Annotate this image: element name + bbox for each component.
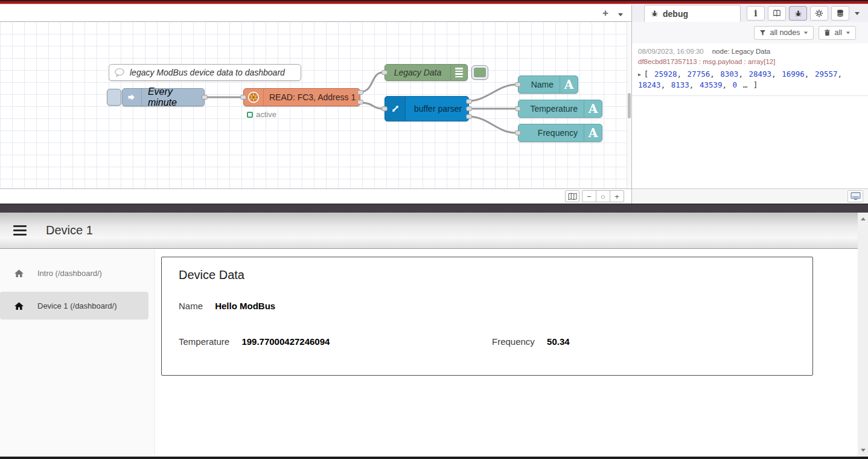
output-port[interactable] (466, 106, 472, 111)
frequency-label: Frequency (492, 336, 535, 347)
clear-messages-button[interactable]: all (819, 26, 856, 40)
debug-footer (632, 188, 868, 204)
chevron-down-icon (846, 31, 850, 34)
dashboard-sidebar: Intro (/dashboard/) Device 1 (/dashboard… (0, 249, 155, 457)
input-port[interactable] (381, 106, 388, 111)
debug-message[interactable]: 08/09/2023, 16:09:30node: Legacy Data df… (632, 43, 868, 96)
input-port[interactable] (515, 106, 521, 111)
dashboard-view: Device 1 Intro (/dashboard/) Device 1 (/… (0, 213, 868, 459)
sidebar-item-intro[interactable]: Intro (/dashboard/) (0, 259, 148, 287)
add-flow-button[interactable]: + (596, 7, 614, 19)
message-source-node: node: Legacy Data (712, 48, 771, 55)
menu-icon[interactable] (13, 223, 28, 238)
wire[interactable] (360, 103, 383, 109)
dashboard-main: Device Data Name Hello ModBus Temperatur… (155, 249, 858, 457)
config-tab-button[interactable] (810, 6, 828, 21)
filter-nodes-button[interactable]: all nodes (754, 26, 814, 40)
debug-enable-toggle[interactable] (471, 65, 488, 80)
scrollbar-thumb[interactable] (628, 93, 631, 118)
input-port[interactable] (515, 82, 521, 87)
debug-tab[interactable]: debug (644, 5, 741, 22)
flow-canvas[interactable]: legacy ModBus device data to dashboard E… (0, 22, 631, 188)
home-icon (0, 269, 37, 278)
output-port[interactable] (466, 114, 472, 119)
ui-text-node-temperature[interactable]: Temperature A (518, 100, 602, 118)
status-square-icon (247, 112, 253, 118)
chevron-down-icon (618, 13, 623, 16)
output-port[interactable] (357, 90, 363, 95)
comment-bubble-icon (109, 68, 130, 77)
bug-icon (794, 10, 802, 18)
device-data-card: Device Data Name Hello ModBus Temperatur… (161, 257, 813, 376)
output-port[interactable] (466, 99, 472, 104)
modbus-icon (244, 89, 264, 106)
info-tab-button[interactable]: i (747, 6, 765, 21)
wire[interactable] (469, 117, 516, 133)
inject-trigger-button[interactable] (107, 89, 121, 106)
trash-icon (824, 29, 831, 36)
help-tab-button[interactable] (768, 6, 786, 21)
debug-list-icon (450, 65, 467, 80)
resize-arrows-icon (385, 97, 406, 121)
open-debug-window-button[interactable] (847, 190, 863, 202)
wire[interactable] (469, 85, 516, 101)
frequency-value: 50.34 (547, 336, 570, 347)
debug-node[interactable]: Legacy Data (385, 64, 468, 81)
navigator-button[interactable] (565, 190, 579, 202)
modbus-read-node[interactable]: READ: FC3, Address 1 (243, 88, 360, 106)
home-icon (0, 301, 37, 310)
scroll-down-button[interactable] (858, 445, 868, 455)
input-port[interactable] (240, 95, 246, 100)
card-title: Device Data (179, 268, 812, 282)
temperature-value: 199.77000427246094 (241, 336, 330, 347)
debug-tab-button[interactable] (789, 6, 807, 21)
text-widget-icon: A (560, 76, 578, 93)
buffer-parser-label: buffer parser (414, 104, 462, 114)
bug-icon (651, 10, 659, 18)
window-bottom-edge (0, 457, 868, 459)
database-icon (836, 9, 844, 18)
inject-node[interactable]: Every minute (107, 88, 205, 106)
debug-sidebar: debug i (632, 5, 868, 204)
output-port[interactable] (357, 100, 363, 104)
debug-message-list: 08/09/2023, 16:09:30node: Legacy Data df… (632, 43, 868, 188)
message-property-path: df8ecbd817357113 : msg.payload : array[1… (638, 58, 863, 65)
page-title: Device 1 (46, 223, 93, 237)
funnel-icon (759, 30, 766, 36)
dashboard-scrollbar[interactable] (858, 213, 868, 457)
sidebar-menu-button[interactable] (855, 12, 860, 15)
sidebar-tabstrip: debug i (632, 5, 868, 22)
payload-array-values: 25928, 27756, 8303, 28493, 16996, 29557,… (638, 69, 842, 89)
name-label: Name (179, 301, 203, 311)
monitor-icon (850, 192, 861, 201)
zoom-in-button[interactable]: + (610, 190, 624, 202)
wire[interactable] (360, 72, 383, 92)
output-port[interactable] (202, 95, 208, 100)
zoom-reset-button[interactable]: ○ (596, 190, 610, 202)
sidebar-item-device-1[interactable]: Device 1 (/dashboard/) (0, 292, 148, 319)
flow-workspace: + (0, 5, 632, 204)
workspace-tabbar: + (0, 5, 631, 22)
scroll-up-button[interactable] (858, 214, 868, 224)
debug-filter-row: all nodes all (632, 22, 868, 43)
expand-triangle-icon[interactable]: ▶ (638, 69, 641, 80)
input-port[interactable] (515, 130, 521, 135)
input-port[interactable] (381, 70, 388, 75)
zoom-out-button[interactable]: − (582, 190, 596, 202)
ui-text-node-frequency[interactable]: Frequency A (518, 124, 602, 142)
chevron-down-icon (804, 31, 808, 34)
inject-label: Every minute (148, 86, 204, 108)
text-widget-icon: A (584, 124, 602, 141)
dashboard-toolbar: Device 1 (0, 213, 858, 249)
buffer-parser-node[interactable]: buffer parser (385, 96, 469, 121)
message-timestamp: 08/09/2023, 16:09:30 (638, 48, 704, 55)
message-payload: ▶[ 25928, 27756, 8303, 28493, 16996, 295… (638, 69, 863, 90)
canvas-scrollbar[interactable] (627, 22, 631, 188)
ui-text-node-name[interactable]: Name A (518, 75, 578, 94)
editor-header-strip (0, 0, 868, 5)
text-widget-icon: A (584, 100, 602, 117)
comment-node[interactable]: legacy ModBus device data to dashboard (109, 64, 301, 81)
window-separator (0, 204, 868, 213)
context-tab-button[interactable] (831, 6, 849, 21)
flow-list-button[interactable] (618, 8, 623, 19)
